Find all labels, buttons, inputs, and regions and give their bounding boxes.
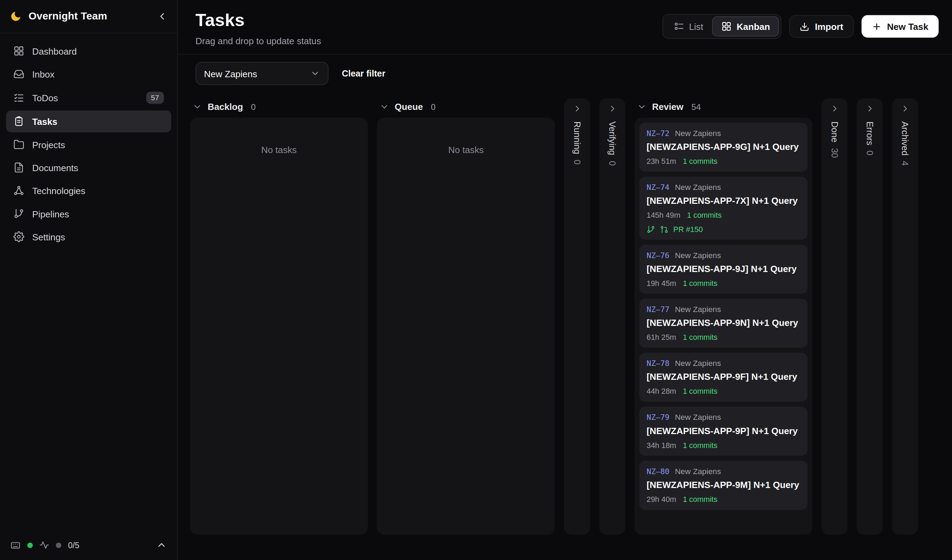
column-header-backlog: Backlog0	[190, 99, 368, 118]
task-pr-label[interactable]: PR #150	[673, 225, 703, 233]
column-archived-collapsed[interactable]: Archived4	[892, 99, 918, 535]
task-commits: 1 commits	[687, 211, 722, 219]
project-filter-dropdown[interactable]: New Zapiens	[196, 62, 328, 85]
column-name: Queue	[394, 101, 423, 112]
activity-icon	[39, 540, 49, 550]
task-project: New Zapiens	[675, 183, 721, 192]
sidebar-item-label: Inbox	[32, 69, 54, 79]
task-card[interactable]: NZ–72New Zapiens[NEWZAPIENS-APP-9G] N+1 …	[639, 122, 807, 171]
view-toggle-kanban[interactable]: Kanban	[712, 16, 779, 37]
task-duration: 19h 45m	[646, 279, 676, 288]
task-project: New Zapiens	[675, 467, 721, 476]
sidebar-item-settings[interactable]: Settings	[6, 226, 171, 248]
page-subtitle: Drag and drop to update status	[196, 36, 321, 46]
task-commits: 1 commits	[683, 495, 717, 504]
page-title: Tasks	[196, 11, 321, 31]
task-meta: 19h 45m1 commits	[646, 279, 800, 288]
task-meta: 23h 51m1 commits	[646, 157, 800, 165]
task-meta: 44h 28m1 commits	[646, 387, 800, 395]
chevron-right-icon	[865, 103, 875, 113]
task-project: New Zapiens	[675, 129, 721, 138]
task-card[interactable]: NZ–79New Zapiens[NEWZAPIENS-APP-9P] N+1 …	[639, 407, 807, 456]
git-pull-request-icon	[660, 225, 668, 233]
kanban-view-label: Kanban	[737, 21, 770, 32]
sidebar-item-documents[interactable]: Documents	[6, 157, 171, 179]
todos-count-badge: 57	[146, 91, 164, 103]
column-verifying-collapsed[interactable]: Verifying0	[599, 99, 625, 535]
column-running-collapsed[interactable]: Running0	[564, 99, 590, 535]
column-label-archived: Archived4	[900, 121, 910, 166]
import-icon	[800, 22, 809, 31]
column-count: 0	[865, 151, 875, 156]
column-label-errors: Errors0	[865, 121, 875, 156]
dashboard-icon	[13, 46, 24, 56]
task-duration: 34h 18m	[646, 441, 676, 450]
column-done-collapsed[interactable]: Done30	[822, 99, 848, 535]
pipelines-icon	[13, 208, 24, 219]
column-queue: Queue0No tasks	[377, 99, 555, 535]
task-duration: 61h 25m	[646, 333, 676, 342]
task-card-header: NZ–74New Zapiens	[646, 183, 800, 192]
sidebar-item-label: Projects	[32, 139, 65, 150]
task-card-header: NZ–72New Zapiens	[646, 129, 800, 138]
task-duration: 44h 28m	[646, 387, 676, 395]
column-errors-collapsed[interactable]: Errors0	[857, 99, 883, 535]
task-card[interactable]: NZ–74New Zapiens[NEWZAPIENS-APP-7X] N+1 …	[639, 177, 807, 240]
task-duration: 29h 40m	[646, 495, 676, 504]
column-label-done: Done30	[830, 121, 839, 157]
sidebar-item-label: Tasks	[32, 116, 57, 127]
sidebar-item-technologies[interactable]: Technologies	[6, 179, 171, 201]
list-view-label: List	[689, 21, 703, 32]
import-button[interactable]: Import	[790, 15, 853, 38]
view-toggle: List Kanban	[662, 14, 782, 39]
settings-icon	[13, 231, 24, 242]
task-commits: 1 commits	[683, 387, 717, 395]
sidebar-item-projects[interactable]: Projects	[6, 134, 171, 156]
task-duration: 145h 49m	[646, 211, 680, 219]
task-commits: 1 commits	[683, 441, 717, 450]
new-task-button[interactable]: New Task	[862, 15, 939, 38]
chevron-down-icon[interactable]	[637, 102, 646, 111]
task-meta: 145h 49m1 commits	[646, 211, 800, 219]
task-card-header: NZ–79New Zapiens	[646, 413, 800, 422]
task-card-header: NZ–78New Zapiens	[646, 359, 800, 368]
chevron-down-icon[interactable]	[380, 102, 389, 111]
tasks-icon	[13, 116, 24, 127]
plus-icon	[872, 22, 882, 31]
task-id: NZ–76	[646, 251, 669, 260]
header-controls: List Kanban Import	[662, 14, 938, 39]
sidebar-item-dashboard[interactable]: Dashboard	[6, 40, 171, 62]
view-toggle-list[interactable]: List	[665, 16, 712, 37]
chevron-down-icon[interactable]	[192, 102, 202, 111]
column-label-verifying: Verifying0	[607, 121, 617, 165]
column-name: Verifying	[607, 121, 617, 155]
kanban-view-icon	[721, 21, 732, 32]
task-title: [NEWZAPIENS-APP-9F] N+1 Query	[646, 372, 800, 382]
todos-icon	[13, 92, 24, 103]
sidebar-footer: 0/5	[0, 530, 178, 560]
task-card[interactable]: NZ–80New Zapiens[NEWZAPIENS-APP-9M] N+1 …	[639, 461, 807, 509]
task-title: [NEWZAPIENS-APP-7X] N+1 Query	[646, 196, 800, 206]
app-window: Overnight Team DashboardInboxToDos57Task…	[0, 0, 952, 560]
clear-filter-button[interactable]: Clear filter	[342, 68, 385, 78]
column-count: 0	[572, 160, 582, 165]
task-title: [NEWZAPIENS-APP-9J] N+1 Query	[646, 263, 800, 274]
sidebar-item-todos[interactable]: ToDos57	[6, 86, 171, 109]
sidebar-item-label: Technologies	[32, 185, 85, 196]
task-title: [NEWZAPIENS-APP-9N] N+1 Query	[646, 318, 800, 328]
sidebar-collapse-button[interactable]	[156, 11, 167, 22]
chevron-up-icon[interactable]	[156, 540, 167, 550]
sidebar-item-pipelines[interactable]: Pipelines	[6, 203, 171, 225]
documents-icon	[13, 162, 24, 173]
sidebar-item-inbox[interactable]: Inbox	[6, 63, 171, 85]
task-card-header: NZ–77New Zapiens	[646, 305, 800, 314]
task-card[interactable]: NZ–78New Zapiens[NEWZAPIENS-APP-9F] N+1 …	[639, 353, 807, 402]
sidebar-item-tasks[interactable]: Tasks	[6, 111, 171, 133]
task-project: New Zapiens	[675, 305, 721, 314]
column-review: Review54NZ–72New Zapiens[NEWZAPIENS-APP-…	[634, 99, 812, 535]
task-id: NZ–74	[646, 183, 669, 192]
task-card[interactable]: NZ–76New Zapiens[NEWZAPIENS-APP-9J] N+1 …	[639, 245, 807, 293]
git-branch-icon	[646, 225, 655, 233]
sidebar-header: Overnight Team	[0, 0, 178, 33]
task-card[interactable]: NZ–77New Zapiens[NEWZAPIENS-APP-9N] N+1 …	[639, 298, 807, 347]
